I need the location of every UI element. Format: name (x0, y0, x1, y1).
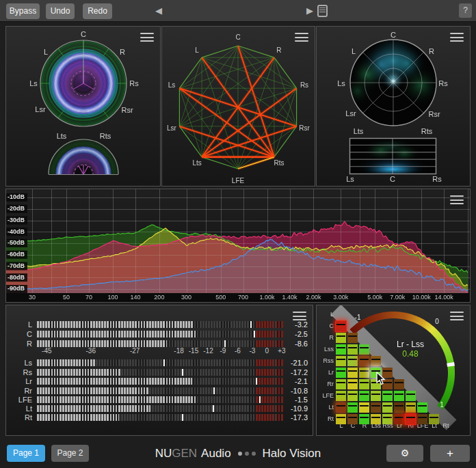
spectrum-analyzer-display (6, 189, 470, 302)
matrix-cell-Lr-L[interactable] (336, 368, 346, 378)
matrix-row-label: LFE (317, 392, 334, 399)
meter-scale-tick: -36 (85, 347, 95, 355)
matrix-col-label: Rt (439, 422, 453, 429)
meter-value: -2.5 (282, 330, 308, 338)
matrix-cell-Rt-R[interactable] (359, 414, 369, 424)
level-meters: L-3.2C-2.5R-8.6Ls-21.0Rs-17.2Lr-2.1Rr-10… (6, 305, 313, 435)
panel-menu-icon[interactable] (295, 33, 308, 42)
meter-row-Rs: Rs-17.2 (6, 369, 313, 376)
level-meters-panel: L-3.2C-2.5R-8.6Ls-21.0Rs-17.2Lr-2.1Rr-10… (5, 305, 313, 436)
meter-bar (37, 378, 283, 385)
matrix-cell-Lt-C[interactable] (347, 402, 358, 413)
matrix-cell-Rss-C[interactable] (347, 356, 358, 366)
matrix-cell-Lss-C[interactable] (347, 344, 358, 355)
matrix-cell-Rt-L[interactable] (336, 414, 346, 424)
brand-nu: NU (155, 447, 172, 460)
matrix-cell-Lss-L[interactable] (336, 344, 346, 355)
matrix-cell-LFE-Lss[interactable] (371, 391, 381, 401)
meter-label: Rr (6, 387, 32, 395)
matrix-cell-Lt-R[interactable] (359, 402, 369, 413)
meter-label: Lr (6, 377, 32, 385)
meter-bar (37, 387, 283, 394)
meter-value: -1.5 (282, 396, 308, 404)
matrix-cell-LFE-C[interactable] (347, 391, 358, 401)
footer-bar: Page 1 Page 2 NUGENAudio Halo Vision ⚙ + (0, 436, 476, 468)
matrix-cell-Rss-L[interactable] (336, 356, 346, 366)
matrix-row-label: Lt (317, 404, 334, 411)
toolbar: Bypass Undo Redo ◀ ▶ ? (0, 0, 476, 22)
meter-bar (37, 321, 283, 328)
matrix-cell-Rt-Lt[interactable] (429, 414, 439, 424)
panel-menu-icon[interactable] (450, 195, 464, 204)
add-panel-button[interactable]: + (430, 445, 470, 462)
meter-row-Lt: Lt-10.9 (6, 405, 313, 413)
meter-bar (37, 369, 283, 376)
sound-location-panel (316, 26, 471, 187)
matrix-cell-Lr-C[interactable] (347, 368, 358, 378)
meter-value: -10.8 (282, 387, 308, 395)
matrix-cell-Rt-C[interactable] (347, 414, 358, 424)
bypass-button[interactable]: Bypass (6, 3, 40, 19)
meter-bar (37, 331, 283, 338)
matrix-cell-LFE-R[interactable] (359, 391, 369, 401)
matrix-cell-LFE-Rss[interactable] (382, 391, 393, 401)
matrix-cell-Rss-R[interactable] (359, 356, 369, 366)
meter-value: -3.2 (282, 320, 308, 329)
panel-menu-icon[interactable] (450, 33, 464, 42)
matrix-cell-Lt-Rr[interactable] (406, 402, 416, 413)
matrix-row-label: Lr (317, 369, 334, 376)
correlation-web-panel (161, 26, 315, 187)
meter-value: -21.0 (282, 359, 308, 367)
meter-scale-tick: -9 (220, 347, 226, 355)
matrix-cell-LFE-Rr[interactable] (406, 391, 416, 401)
matrix-cell-LFE-Lr[interactable] (394, 391, 404, 401)
meter-row-LFE: LFE-1.5 (6, 396, 313, 404)
matrix-cell-Rt-LFE[interactable] (417, 414, 427, 424)
next-preset-icon[interactable]: ▶ (306, 5, 313, 16)
surround-energy-display (6, 27, 160, 186)
matrix-cell-C-L[interactable] (336, 321, 346, 331)
matrix-cell-Rr-L[interactable] (336, 379, 346, 389)
matrix-cell-Lt-Lr[interactable] (394, 402, 404, 413)
matrix-cell-Lss-R[interactable] (359, 344, 369, 355)
matrix-cell-Rr-Lr[interactable] (394, 379, 404, 389)
sound-location-display (317, 27, 470, 186)
matrix-cell-Rr-C[interactable] (347, 379, 358, 389)
matrix-cell-Rt-Rr[interactable] (406, 414, 416, 424)
matrix-cell-Lt-Rss[interactable] (382, 402, 393, 413)
matrix-cell-Lr-R[interactable] (359, 368, 369, 378)
meter-bar (37, 340, 283, 347)
matrix-cell-R-L[interactable] (336, 333, 346, 343)
matrix-cell-Lt-LFE[interactable] (417, 402, 427, 413)
brand-gen: GEN (172, 447, 197, 460)
meter-scale-tick: -12 (203, 347, 213, 355)
meter-scale-tick: -15 (189, 347, 198, 355)
matrix-row-label: Lss (317, 346, 334, 353)
preset-list-icon[interactable] (317, 5, 328, 17)
undo-button[interactable]: Undo (46, 3, 75, 19)
matrix-cell-LFE-L[interactable] (336, 391, 346, 401)
meter-label: C (6, 330, 32, 338)
meter-scale-tick: -45 (42, 347, 51, 355)
halo-vision-window: Bypass Undo Redo ◀ ▶ ? L-3.2C-2.5R-8.6Ls… (0, 0, 476, 468)
meter-scale-tick: +3 (278, 347, 285, 355)
redo-button[interactable]: Redo (83, 3, 112, 19)
settings-gear-button[interactable]: ⚙ (386, 445, 423, 462)
matrix-cell-R-C[interactable] (347, 333, 358, 343)
matrix-cell-Rr-R[interactable] (359, 379, 369, 389)
meter-value: -17.3 (282, 413, 308, 422)
gauge-pair-readout: Lr - Lss (376, 340, 445, 349)
matrix-cell-Rt-Rss[interactable] (382, 414, 393, 424)
prev-preset-icon[interactable]: ◀ (155, 5, 162, 16)
gauge-zero-label: 0 (430, 318, 444, 325)
matrix-cell-Rt-Lss[interactable] (371, 414, 381, 424)
help-button[interactable]: ? (459, 3, 472, 18)
meter-scale-tick: -3 (249, 347, 255, 355)
matrix-cell-Rt-Lr[interactable] (394, 414, 404, 424)
panel-menu-icon[interactable] (293, 312, 306, 320)
meter-scale-tick: -27 (130, 347, 140, 355)
matrix-cell-Lt-Lss[interactable] (371, 402, 381, 413)
panel-menu-icon[interactable] (450, 312, 464, 320)
matrix-cell-Lt-L[interactable] (336, 402, 346, 413)
panel-menu-icon[interactable] (140, 33, 154, 42)
